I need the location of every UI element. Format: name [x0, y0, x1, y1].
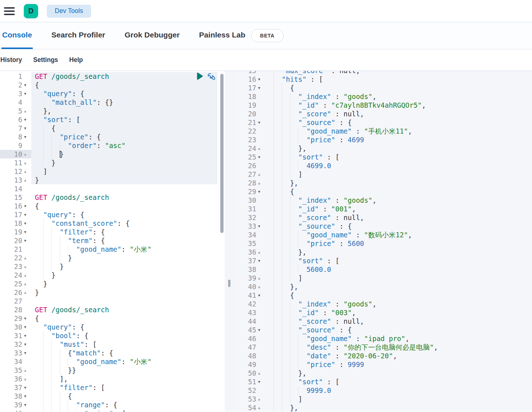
code-line-7[interactable]: 7▾ {	[0, 124, 217, 133]
code-line-21[interactable]: 21 "good_name": "小米"	[0, 245, 217, 254]
fold-collapse-icon[interactable]: ▾	[22, 89, 31, 98]
code-line-1[interactable]: 1GET /goods/_search	[0, 72, 217, 81]
tab-search-profiler[interactable]: Search Profiler	[51, 22, 106, 49]
code-line-36[interactable]: 36▴ ],	[0, 375, 217, 383]
response-editor[interactable]: 15 "max_score" : null,16▾ "hits" : [17▾ …	[234, 71, 532, 412]
fold-collapse-icon[interactable]: ▾	[256, 377, 265, 386]
fold-expand-icon[interactable]: ▴	[256, 403, 265, 412]
request-options-button[interactable]	[207, 72, 216, 84]
fold-collapse-icon[interactable]: ▾	[22, 383, 31, 392]
fold-expand-icon[interactable]: ▴	[22, 254, 31, 262]
fold-expand-icon[interactable]: ▴	[22, 288, 31, 297]
editor-scrollbar[interactable]	[220, 74, 224, 233]
fold-expand-icon[interactable]: ▴	[22, 167, 31, 176]
code-line-2[interactable]: 2▾{	[0, 81, 217, 89]
fold-expand-icon[interactable]: ▴	[256, 248, 265, 256]
fold-collapse-icon[interactable]: ▾	[22, 400, 31, 409]
code-line-37[interactable]: 37▾ "filter": [	[0, 383, 217, 392]
fold-collapse-icon[interactable]: ▾	[22, 349, 31, 357]
tab-grok-debugger[interactable]: Grok Debugger	[124, 22, 180, 49]
code-line-14[interactable]: 14	[0, 184, 217, 193]
tab-console[interactable]: Console	[1, 22, 33, 49]
code-line-4[interactable]: 4 "match_all": {}	[0, 98, 217, 107]
fold-expand-icon[interactable]: ▴	[22, 176, 31, 184]
code-line-22[interactable]: 22▴ }	[0, 254, 217, 262]
fold-collapse-icon[interactable]: ▾	[256, 118, 265, 127]
fold-expand-icon[interactable]: ▴	[22, 366, 31, 375]
fold-collapse-icon[interactable]: ▾	[256, 75, 265, 84]
code-line-16[interactable]: 16▾{	[0, 202, 217, 210]
code-line-33[interactable]: 33▾ {"match": {	[0, 349, 217, 357]
fold-expand-icon[interactable]: ▴	[22, 150, 31, 158]
code-line-32[interactable]: 32▾ "must": [	[0, 340, 217, 349]
code-line-15[interactable]: 15GET /goods/_search	[0, 193, 217, 202]
fold-expand-icon[interactable]: ▴	[256, 369, 265, 377]
code-line-20[interactable]: 20▾ "term": {	[0, 236, 217, 245]
code-line-24[interactable]: 24▴ }	[0, 271, 217, 279]
fold-expand-icon[interactable]: ▴	[256, 274, 265, 282]
fold-collapse-icon[interactable]: ▾	[22, 81, 31, 89]
code-line-34[interactable]: 34 "good_name": "小米"	[0, 357, 217, 366]
fold-collapse-icon[interactable]: ▾	[22, 314, 31, 323]
fold-expand-icon[interactable]: ▴	[256, 179, 265, 187]
fold-collapse-icon[interactable]: ▾	[22, 210, 31, 219]
fold-expand-icon[interactable]: ▴	[22, 158, 31, 167]
code-line-35[interactable]: 35▴ }}	[0, 366, 217, 375]
code-line-27[interactable]: 27	[0, 297, 217, 305]
fold-collapse-icon[interactable]: ▾	[22, 202, 31, 210]
fold-collapse-icon[interactable]: ▾	[256, 256, 265, 265]
code-line-9[interactable]: 9 "order": "asc"	[0, 141, 217, 150]
code-line-29[interactable]: 29▾{	[0, 314, 217, 323]
code-line-31[interactable]: 31▾ "bool": {	[0, 331, 217, 340]
code-line-13[interactable]: 13▴}	[0, 176, 217, 184]
fold-collapse-icon[interactable]: ▾	[256, 291, 265, 300]
fold-collapse-icon[interactable]: ▾	[22, 115, 31, 124]
code-line-8[interactable]: 8▾ "price": {	[0, 133, 217, 141]
code-line-18[interactable]: 18▾ "constant_score": {	[0, 219, 217, 228]
code-line-19[interactable]: 19▾ "filter": {	[0, 228, 217, 236]
fold-expand-icon[interactable]: ▴	[22, 375, 31, 383]
fold-expand-icon[interactable]: ▴	[256, 282, 265, 291]
fold-collapse-icon[interactable]: ▾	[22, 228, 31, 236]
fold-collapse-icon[interactable]: ▾	[256, 326, 265, 334]
code-line-17[interactable]: 17▾ "query": {	[0, 210, 217, 219]
fold-expand-icon[interactable]: ▴	[22, 279, 31, 288]
fold-collapse-icon[interactable]: ▾	[22, 236, 31, 245]
code-line-25[interactable]: 25▴ }	[0, 279, 217, 288]
fold-expand-icon[interactable]: ▴	[256, 395, 265, 403]
fold-expand-icon[interactable]: ▴	[256, 170, 265, 179]
request-editor[interactable]: 1GET /goods/_search2▾{3▾ "query": {4 "ma…	[0, 71, 225, 412]
breadcrumb-dev-tools[interactable]: Dev Tools	[47, 5, 91, 18]
panel-resize-handle[interactable]: ‖	[225, 71, 234, 412]
code-line-39[interactable]: 39▾ "range": {	[0, 400, 217, 409]
code-line-38[interactable]: 38▾ {	[0, 392, 217, 400]
fold-collapse-icon[interactable]: ▾	[256, 187, 265, 196]
space-avatar[interactable]: D	[24, 4, 38, 18]
code-line-40[interactable]: 40 "price": {	[0, 409, 217, 412]
fold-collapse-icon[interactable]: ▾	[22, 133, 31, 141]
fold-collapse-icon[interactable]: ▾	[256, 222, 265, 230]
fold-collapse-icon[interactable]: ▾	[256, 84, 265, 92]
menu-hamburger-icon[interactable]	[2, 4, 17, 18]
fold-collapse-icon[interactable]: ▾	[22, 331, 31, 340]
fold-collapse-icon[interactable]: ▾	[22, 323, 31, 331]
fold-expand-icon[interactable]: ▴	[22, 107, 31, 115]
code-line-6[interactable]: 6▾ "sort": [	[0, 115, 217, 124]
code-line-5[interactable]: 5▴ },	[0, 107, 217, 115]
fold-expand-icon[interactable]: ▴	[256, 144, 265, 153]
fold-collapse-icon[interactable]: ▾	[22, 219, 31, 228]
code-line-12[interactable]: 12▴ ]	[0, 167, 217, 176]
send-request-button[interactable]	[197, 72, 203, 81]
code-line-11[interactable]: 11▴ }	[0, 158, 217, 167]
code-line-28[interactable]: 28GET /goods/_search	[0, 305, 217, 314]
fold-collapse-icon[interactable]: ▾	[22, 124, 31, 133]
code-line-23[interactable]: 23▴ }	[0, 262, 217, 271]
menu-item-settings[interactable]: Settings	[33, 56, 58, 64]
fold-expand-icon[interactable]: ▴	[22, 271, 31, 279]
fold-expand-icon[interactable]: ▴	[22, 262, 31, 271]
tab-painless-lab[interactable]: Painless Lab	[198, 22, 246, 49]
menu-item-help[interactable]: Help	[69, 56, 83, 64]
code-line-26[interactable]: 26▴}	[0, 288, 217, 297]
code-line-3[interactable]: 3▾ "query": {	[0, 89, 217, 98]
fold-collapse-icon[interactable]: ▾	[22, 392, 31, 400]
